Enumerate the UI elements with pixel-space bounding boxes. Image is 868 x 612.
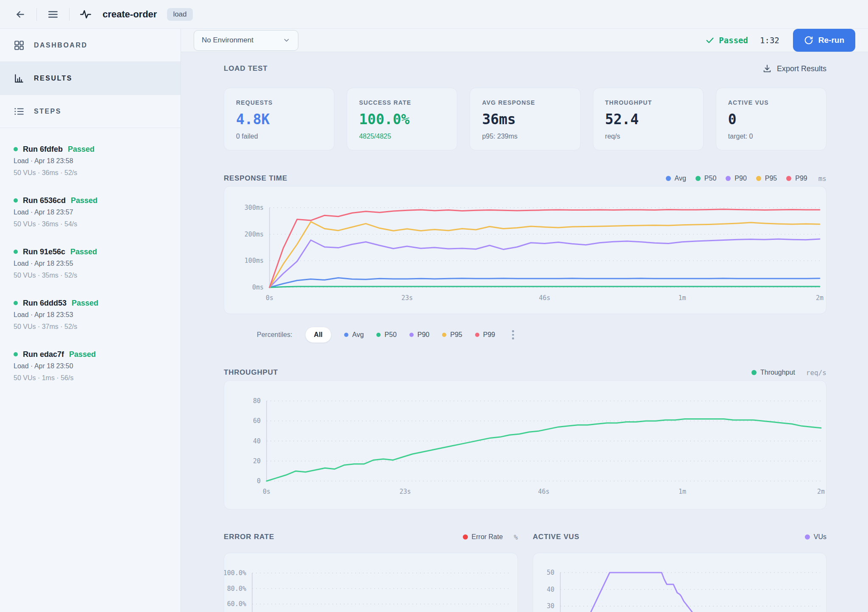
stat-card-throughput: THROUGHPUT 52.4 req/s — [593, 88, 704, 150]
download-icon — [762, 64, 772, 73]
legend-dot — [696, 176, 701, 181]
run-item[interactable]: Run 6536cdPassed Load · Apr 18 23:57 50 … — [14, 195, 168, 230]
sidebar-item-results[interactable]: RESULTS — [0, 62, 181, 95]
check-icon — [705, 36, 715, 45]
percentile-all-button[interactable]: All — [305, 327, 331, 343]
response-time-header: RESPONSE TIME Avg P50 P90 P95 P99 ms — [224, 171, 826, 186]
run-item[interactable]: Run 6fdfebPassed Load · Apr 18 23:58 50 … — [14, 143, 168, 179]
response-time-title: RESPONSE TIME — [224, 174, 287, 183]
list-icon — [14, 106, 25, 117]
rerun-label: Re-run — [818, 36, 844, 45]
legend-dot — [442, 333, 446, 337]
status-dot — [14, 147, 18, 151]
run-item[interactable]: Run 91e56cPassed Load · Apr 18 23:55 50 … — [14, 246, 168, 281]
run-name: Run 6536cd — [23, 195, 66, 206]
legend-dot — [805, 534, 810, 540]
run-status: Passed — [68, 143, 95, 155]
percentile-option-p95[interactable]: P95 — [442, 331, 462, 339]
percentile-option-p99[interactable]: P99 — [475, 331, 495, 339]
sidebar-item-dashboard[interactable]: DASHBOARD — [0, 29, 181, 62]
legend-dot — [344, 333, 348, 337]
svg-text:40: 40 — [547, 586, 554, 593]
stat-sub: 4825/4825 — [359, 133, 445, 140]
legend-dot — [751, 370, 757, 375]
divider — [36, 8, 37, 21]
divider — [69, 8, 70, 21]
run-meta: Load · Apr 18 23:58 — [14, 155, 168, 167]
stat-card-avg-response: AVG RESPONSE 36ms p95: 239ms — [470, 88, 580, 150]
stat-sub: 0 failed — [236, 133, 322, 140]
run-meta: Load · Apr 18 23:55 — [14, 258, 168, 270]
load-test-header: LOAD TEST Export Results — [224, 60, 826, 78]
percentile-filter: Percentiles: All Avg P50 P90 P95 P99 — [257, 325, 826, 345]
export-results-button[interactable]: Export Results — [762, 64, 826, 73]
stat-value: 0 — [728, 111, 814, 128]
run-stats: 50 VUs · 37ms · 52/s — [14, 321, 168, 333]
legend-item-p90: P90 — [726, 175, 746, 182]
sidebar: DASHBOARD RESULTS STEPS Run 6fdfebPassed… — [0, 29, 181, 612]
response-time-chart: 0ms100ms200ms300ms0s23s46s1m2m — [224, 186, 826, 314]
error-rate-section: ERROR RATE Error Rate % 100.0%80.0%60.0% — [224, 528, 518, 612]
svg-text:1m: 1m — [679, 488, 686, 495]
sidebar-item-label: STEPS — [34, 108, 61, 115]
option-label: P99 — [483, 331, 495, 339]
top-bar: create-order load — [0, 0, 868, 29]
svg-text:0s: 0s — [263, 488, 270, 495]
legend-unit: % — [514, 533, 518, 541]
run-name: Run 91e56c — [23, 246, 65, 258]
status-dot — [14, 301, 18, 305]
stat-label: REQUESTS — [236, 99, 322, 106]
run-name: Run 6ddd53 — [23, 297, 67, 309]
run-item[interactable]: Run edac7fPassed Load · Apr 18 23:50 50 … — [14, 348, 168, 384]
option-label: P95 — [450, 331, 462, 339]
stat-label: THROUGHPUT — [605, 99, 691, 106]
legend-label: Error Rate — [472, 533, 503, 541]
environment-select[interactable]: No Environment — [194, 30, 298, 51]
legend-unit: ms — [818, 175, 826, 183]
run-status: Passed — [71, 195, 97, 206]
active-vus-chart: 504030 — [533, 553, 826, 612]
percentile-option-avg[interactable]: Avg — [344, 331, 364, 339]
svg-text:80: 80 — [253, 397, 261, 405]
svg-text:80.0%: 80.0% — [227, 585, 246, 593]
legend-label: Throughput — [760, 369, 795, 376]
legend-item-p99: P99 — [786, 175, 807, 182]
kebab-menu-icon[interactable] — [510, 328, 516, 341]
run-history-list: Run 6fdfebPassed Load · Apr 18 23:58 50 … — [0, 128, 181, 384]
activity-icon — [77, 6, 94, 23]
active-vus-header: ACTIVE VUS VUs — [533, 528, 826, 546]
error-rate-chart: 100.0%80.0%60.0% — [224, 553, 518, 612]
legend-item-error-rate: Error Rate — [463, 533, 503, 541]
rerun-button[interactable]: Re-run — [793, 29, 855, 52]
svg-text:60.0%: 60.0% — [227, 600, 246, 608]
legend-dot — [409, 333, 414, 337]
percentile-option-p50[interactable]: P50 — [376, 331, 396, 339]
status-dot — [14, 352, 18, 356]
response-time-legend: Avg P50 P90 P95 P99 ms — [666, 175, 826, 183]
throughput-title: THROUGHPUT — [224, 368, 278, 377]
active-vus-section: ACTIVE VUS VUs 504030 — [533, 528, 826, 612]
results-content: LOAD TEST Export Results REQUESTS 4.8K 0… — [181, 52, 868, 612]
back-button[interactable] — [12, 6, 29, 23]
run-item[interactable]: Run 6ddd53Passed Load · Apr 18 23:53 50 … — [14, 297, 168, 333]
menu-button[interactable] — [45, 6, 61, 23]
dashboard-grid-icon — [14, 40, 25, 51]
load-test-title: LOAD TEST — [224, 64, 268, 73]
legend-unit: req/s — [806, 369, 826, 377]
legend-dot — [726, 176, 731, 181]
sidebar-item-steps[interactable]: STEPS — [0, 95, 181, 128]
sidebar-item-label: DASHBOARD — [34, 42, 88, 49]
percentile-option-p90[interactable]: P90 — [409, 331, 429, 339]
export-results-label: Export Results — [777, 64, 826, 73]
error-rate-header: ERROR RATE Error Rate % — [224, 528, 518, 546]
svg-text:2m: 2m — [817, 488, 825, 495]
status-dot — [14, 250, 18, 254]
run-stats: 50 VUs · 36ms · 54/s — [14, 218, 168, 230]
legend-dot — [756, 176, 761, 181]
page-title: create-order — [103, 9, 157, 20]
refresh-icon — [804, 36, 813, 45]
legend-dot — [463, 534, 468, 540]
load-badge: load — [167, 8, 192, 21]
svg-text:60: 60 — [253, 417, 261, 425]
throughput-legend: Throughput req/s — [751, 369, 826, 377]
